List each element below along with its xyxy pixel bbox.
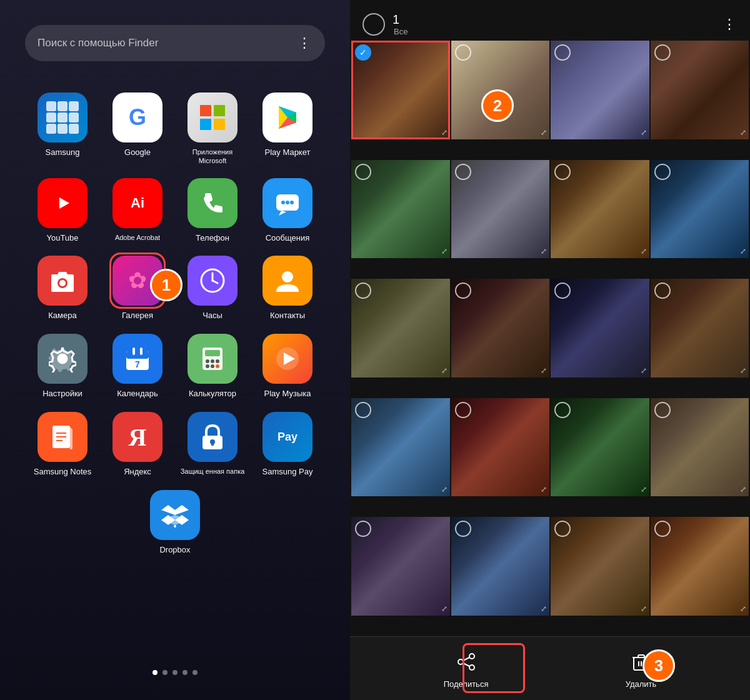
- photo-select-12[interactable]: [654, 282, 671, 299]
- photo-select-15[interactable]: [554, 402, 571, 418]
- svg-point-31: [211, 359, 214, 363]
- expand-icon-10: ⤢: [541, 366, 547, 375]
- photo-select-16[interactable]: [654, 402, 671, 418]
- photo-cell-5[interactable]: ⤢: [351, 160, 450, 259]
- contacts-icon: [274, 267, 301, 294]
- app-label-yandex: Яндекс: [124, 467, 151, 478]
- photo-select-2[interactable]: [455, 44, 471, 61]
- photo-select-13[interactable]: [355, 402, 371, 418]
- app-youtube[interactable]: YouTube: [28, 178, 97, 244]
- gallery-all-label: Все: [394, 27, 408, 36]
- expand-icon-11: ⤢: [641, 366, 647, 375]
- photo-select-1[interactable]: ✓: [355, 44, 371, 61]
- app-dropbox[interactable]: Dropbox: [150, 490, 200, 556]
- photo-select-5[interactable]: [355, 164, 371, 180]
- svg-rect-14: [290, 201, 294, 204]
- app-label-google: Google: [124, 148, 151, 158]
- photo-cell-6[interactable]: ⤢: [451, 160, 550, 259]
- app-google[interactable]: G Google: [103, 92, 172, 166]
- youtube-icon: [48, 192, 78, 214]
- photo-cell-1[interactable]: ✓ ⤢: [351, 41, 450, 139]
- app-adobe[interactable]: Ai Adobe Acrobat: [103, 178, 172, 244]
- yandex-icon: Я: [129, 422, 147, 452]
- app-settings[interactable]: Настройки: [28, 334, 97, 399]
- photo-cell-17[interactable]: ⤢: [351, 517, 450, 616]
- photo-cell-8[interactable]: ⤢: [651, 160, 749, 259]
- clock-icon: [199, 267, 226, 294]
- photo-cell-20[interactable]: ⤢: [651, 517, 749, 616]
- app-snotes[interactable]: Samsung Notes: [28, 412, 97, 478]
- photo-cell-11[interactable]: ⤢: [551, 279, 649, 378]
- svg-rect-57: [638, 655, 644, 658]
- expand-icon-15: ⤢: [641, 485, 647, 494]
- svg-rect-26: [140, 348, 142, 355]
- photo-cell-7[interactable]: ⤢: [551, 160, 649, 259]
- svg-point-33: [206, 364, 209, 368]
- svg-rect-2: [200, 119, 211, 130]
- photo-cell-9[interactable]: ⤢: [351, 279, 450, 378]
- photo-cell-13[interactable]: ⤢: [351, 398, 450, 497]
- svg-marker-48: [161, 515, 189, 525]
- right-phone-panel: 1 Все ⋮ 2 ✓ ⤢ ⤢ ⤢: [350, 0, 750, 700]
- app-label-settings: Настройки: [42, 389, 82, 399]
- app-calculator[interactable]: Калькулятор: [178, 334, 247, 399]
- photo-select-8[interactable]: [654, 164, 671, 180]
- app-playmarket[interactable]: Play Маркет: [253, 92, 322, 166]
- expand-icon-1: ⤢: [441, 128, 448, 137]
- playmusic-icon: [274, 345, 301, 372]
- playmarket-icon: [274, 104, 301, 131]
- page-dot-4: [182, 670, 188, 675]
- search-menu-icon[interactable]: ⋮: [298, 35, 312, 51]
- expand-icon-20: ⤢: [740, 604, 746, 613]
- photo-select-3[interactable]: [554, 44, 571, 61]
- svg-text:7: 7: [135, 359, 140, 369]
- app-playmusic[interactable]: Play Музыка: [253, 334, 322, 399]
- photo-select-10[interactable]: [455, 282, 471, 299]
- photo-cell-18[interactable]: ⤢: [451, 517, 550, 616]
- svg-rect-13: [286, 201, 289, 204]
- app-messages[interactable]: Сообщения: [253, 178, 322, 244]
- photo-select-7[interactable]: [554, 164, 571, 180]
- photo-cell-10[interactable]: ⤢: [451, 279, 550, 378]
- gallery-grid: 2 ✓ ⤢ ⤢ ⤢ ⤢ ⤢: [350, 39, 750, 636]
- app-camera[interactable]: Камера: [28, 256, 97, 321]
- svg-rect-25: [132, 348, 135, 355]
- adobe-icon: Ai: [131, 195, 144, 211]
- photo-cell-3[interactable]: ⤢: [551, 41, 649, 139]
- photo-select-9[interactable]: [355, 282, 371, 299]
- photo-select-14[interactable]: [455, 402, 471, 418]
- samsungpay-icon: Pay: [278, 431, 298, 444]
- app-label-clock: Часы: [202, 311, 222, 321]
- select-all-circle[interactable]: [362, 13, 385, 36]
- app-samsungpay[interactable]: Pay Samsung Pay: [253, 412, 322, 478]
- gallery-header-left: 1 Все: [362, 12, 408, 36]
- app-phone[interactable]: Телефон: [178, 178, 247, 244]
- photo-select-20[interactable]: [654, 521, 671, 537]
- photo-select-4[interactable]: [654, 44, 671, 61]
- search-bar[interactable]: Поиск с помощью Finder ⋮: [25, 25, 325, 61]
- app-samsung[interactable]: Samsung: [28, 92, 97, 166]
- share-highlight-box: [462, 643, 525, 693]
- app-calendar[interactable]: 7 Календарь: [103, 334, 172, 399]
- app-clock[interactable]: Часы: [178, 256, 247, 321]
- photo-cell-12[interactable]: ⤢: [651, 279, 749, 378]
- gallery-menu-icon[interactable]: ⋮: [722, 16, 738, 32]
- photo-cell-16[interactable]: ⤢: [651, 398, 749, 497]
- photo-cell-14[interactable]: ⤢: [451, 398, 550, 497]
- photo-cell-4[interactable]: ⤢: [651, 41, 749, 139]
- expand-icon-2: ⤢: [541, 128, 547, 137]
- photo-select-11[interactable]: [554, 282, 571, 299]
- app-contacts[interactable]: Контакты: [253, 256, 322, 321]
- app-label-youtube: YouTube: [46, 233, 78, 244]
- photo-cell-19[interactable]: ⤢: [551, 517, 649, 616]
- photo-cell-15[interactable]: ⤢: [551, 398, 649, 497]
- step1-badge: 1: [150, 269, 182, 301]
- app-secure[interactable]: Защищ енная папка: [178, 412, 247, 478]
- photo-select-6[interactable]: [455, 164, 471, 180]
- app-microsoft[interactable]: Приложения Microsoft: [178, 92, 247, 166]
- app-label-snotes: Samsung Notes: [34, 467, 92, 478]
- expand-icon-8: ⤢: [740, 247, 746, 256]
- page-dot-3: [172, 670, 178, 675]
- photo-select-18[interactable]: [455, 521, 471, 537]
- app-yandex[interactable]: Я Яндекс: [103, 412, 172, 478]
